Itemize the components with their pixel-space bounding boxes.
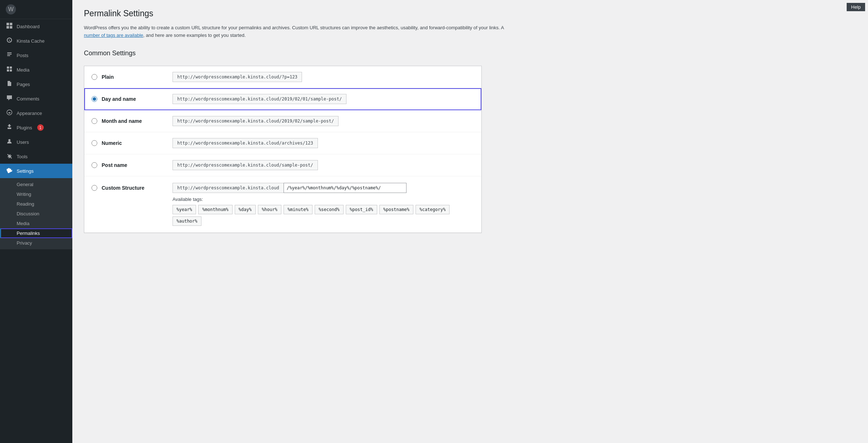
radio-day-and-name[interactable] <box>92 96 97 102</box>
tag-button[interactable]: %postname% <box>379 205 413 214</box>
submenu-media[interactable]: Media <box>0 219 72 228</box>
page-title: Permalink Settings <box>84 9 856 18</box>
wp-logo-icon: W <box>6 4 16 14</box>
kinsta-cache-icon <box>6 37 13 44</box>
svg-rect-1 <box>10 23 12 25</box>
tag-button[interactable]: %day% <box>235 205 256 214</box>
submenu-reading[interactable]: Reading <box>0 199 72 209</box>
tag-button[interactable]: %author% <box>173 216 201 226</box>
sidebar-item-label: Tools <box>17 154 27 159</box>
permalink-row-custom: Custom Structure http://wordpresscomexam… <box>84 176 481 233</box>
radio-month-and-name-label[interactable]: Month and name <box>102 118 142 124</box>
settings-submenu: General Writing Reading Discussion Media… <box>0 178 72 249</box>
radio-month-and-name[interactable] <box>92 118 97 124</box>
sidebar-item-label: Posts <box>17 53 29 58</box>
url-preview-month-and-name: http://wordpresscomexample.kinsta.cloud/… <box>173 116 339 126</box>
sidebar-item-label: Pages <box>17 82 30 87</box>
settings-icon <box>6 167 13 175</box>
radio-numeric[interactable] <box>92 140 97 146</box>
tag-button[interactable]: %post_id% <box>346 205 377 214</box>
pages-icon <box>6 81 13 88</box>
tag-button[interactable]: %monthnum% <box>198 205 232 214</box>
plugins-badge: 1 <box>37 124 44 131</box>
radio-post-name[interactable] <box>92 162 97 168</box>
submenu-discussion[interactable]: Discussion <box>0 209 72 219</box>
radio-post-name-label[interactable]: Post name <box>102 162 127 168</box>
radio-plain-label[interactable]: Plain <box>102 74 114 80</box>
permalink-row-numeric: Numeric http://wordpresscomexample.kinst… <box>84 132 481 154</box>
sidebar-item-comments[interactable]: Comments <box>0 91 72 106</box>
sidebar-nav: Dashboard Kinsta Cache Posts Media Pages <box>0 19 72 249</box>
sidebar-item-label: Media <box>17 67 29 73</box>
available-tags-label: Available tags: <box>173 197 474 202</box>
tags-link[interactable]: number of tags are available <box>84 33 143 38</box>
svg-rect-7 <box>10 69 12 72</box>
svg-rect-4 <box>7 66 9 69</box>
comments-icon <box>6 95 13 102</box>
tag-button[interactable]: %hour% <box>258 205 281 214</box>
custom-base-url: http://wordpresscomexample.kinsta.cloud <box>173 183 284 193</box>
permalink-row-post-name: Post name http://wordpresscomexample.kin… <box>84 154 481 176</box>
url-preview-day-and-name: http://wordpresscomexample.kinsta.cloud/… <box>173 94 346 104</box>
svg-point-9 <box>8 139 10 141</box>
sidebar-item-label: Appearance <box>17 111 42 116</box>
plugins-icon <box>6 124 13 131</box>
custom-structure-input[interactable] <box>284 183 407 193</box>
sidebar: W Dashboard Kinsta Cache Posts Media <box>0 0 72 443</box>
radio-numeric-label[interactable]: Numeric <box>102 140 122 146</box>
sidebar-item-kinsta-cache[interactable]: Kinsta Cache <box>0 34 72 48</box>
permalink-options: Plain http://wordpresscomexample.kinsta.… <box>84 66 482 233</box>
radio-custom[interactable] <box>92 185 97 191</box>
url-preview-post-name: http://wordpresscomexample.kinsta.cloud/… <box>173 160 318 170</box>
submenu-privacy[interactable]: Privacy <box>0 238 72 248</box>
sidebar-item-label: Users <box>17 139 29 145</box>
permalink-row-month-and-name: Month and name http://wordpresscomexampl… <box>84 110 481 132</box>
svg-rect-2 <box>7 26 9 29</box>
permalink-row-day-and-name: Day and name http://wordpresscomexample.… <box>84 88 481 110</box>
sidebar-item-label: Comments <box>17 96 39 102</box>
submenu-general[interactable]: General <box>0 180 72 189</box>
custom-structure-col: http://wordpresscomexample.kinsta.cloud … <box>173 183 474 226</box>
appearance-icon <box>6 109 13 117</box>
svg-rect-5 <box>10 66 12 69</box>
radio-plain[interactable] <box>92 74 97 80</box>
page-description: WordPress offers you the ability to crea… <box>84 24 518 39</box>
sidebar-item-label: Kinsta Cache <box>17 38 44 44</box>
svg-rect-6 <box>7 69 9 72</box>
permalink-row-plain: Plain http://wordpresscomexample.kinsta.… <box>84 66 481 88</box>
dashboard-icon <box>6 23 13 30</box>
posts-icon <box>6 52 13 59</box>
sidebar-item-pages[interactable]: Pages <box>0 77 72 91</box>
section-title: Common Settings <box>84 50 856 57</box>
help-button[interactable]: Help <box>847 3 865 11</box>
sidebar-item-settings[interactable]: Settings <box>0 164 72 178</box>
radio-day-and-name-label[interactable]: Day and name <box>102 96 136 102</box>
submenu-permalinks[interactable]: Permalinks <box>0 228 72 238</box>
url-preview-plain: http://wordpresscomexample.kinsta.cloud/… <box>173 72 302 82</box>
sidebar-item-users[interactable]: Users <box>0 135 72 149</box>
tag-button[interactable]: %second% <box>315 205 344 214</box>
tag-button[interactable]: %year% <box>173 205 196 214</box>
url-preview-numeric: http://wordpresscomexample.kinsta.cloud/… <box>173 138 318 148</box>
submenu-writing[interactable]: Writing <box>0 189 72 199</box>
tag-button[interactable]: %minute% <box>284 205 312 214</box>
sidebar-item-tools[interactable]: Tools <box>0 149 72 164</box>
sidebar-logo: W <box>0 0 72 19</box>
radio-custom-label[interactable]: Custom Structure <box>102 185 144 191</box>
tag-button[interactable]: %category% <box>416 205 450 214</box>
sidebar-item-dashboard[interactable]: Dashboard <box>0 19 72 34</box>
sidebar-item-media[interactable]: Media <box>0 63 72 77</box>
sidebar-item-appearance[interactable]: Appearance <box>0 106 72 120</box>
sidebar-item-posts[interactable]: Posts <box>0 48 72 63</box>
sidebar-item-label: Plugins <box>17 125 32 130</box>
sidebar-item-label: Settings <box>17 168 34 174</box>
tags-container: %year%%monthnum%%day%%hour%%minute%%seco… <box>173 205 474 226</box>
tools-icon <box>6 153 13 160</box>
sidebar-item-plugins[interactable]: Plugins 1 <box>0 120 72 135</box>
custom-url-row: http://wordpresscomexample.kinsta.cloud <box>173 183 474 193</box>
sidebar-item-label: Dashboard <box>17 24 40 29</box>
users-icon <box>6 138 13 146</box>
settings-arrow <box>69 168 72 174</box>
media-icon <box>6 66 13 73</box>
svg-rect-0 <box>7 23 9 25</box>
